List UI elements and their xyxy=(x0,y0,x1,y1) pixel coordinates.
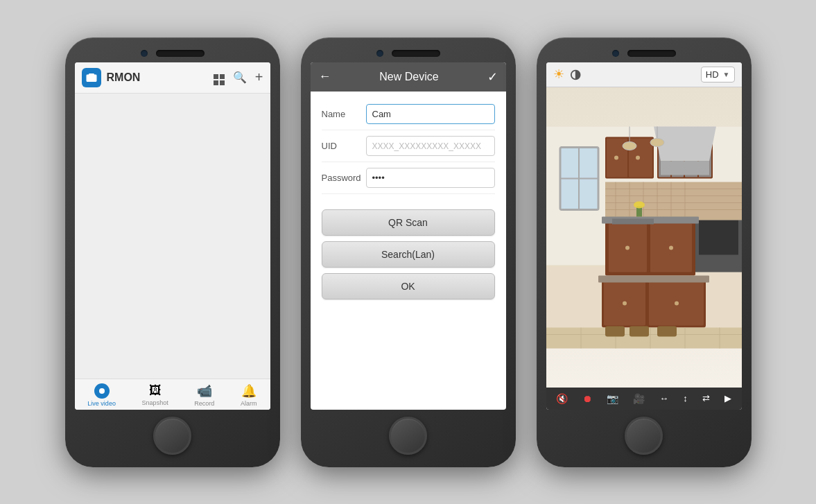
name-row: Name xyxy=(322,98,495,130)
svg-point-9 xyxy=(614,155,618,159)
speaker-2 xyxy=(392,50,440,57)
p2-header: ← New Device ✓ xyxy=(311,62,506,92)
front-camera-2 xyxy=(376,50,383,57)
p1-header: RMON 🔍 + xyxy=(75,62,270,94)
tab-snapshot-label: Snapshot xyxy=(142,399,168,406)
phone-3-top xyxy=(546,50,742,57)
p1-tabbar: Live video 🖼 Snapshot 📹 Record 🔔 Alarm xyxy=(75,379,270,410)
p3-toolbar-bottom: 🔇 ⏺ 📷 🎥 ↔ ↕ ⇄ ▶ xyxy=(546,388,742,410)
phone-2-screen: ← New Device ✓ Name UID Password xyxy=(311,62,506,410)
svg-rect-19 xyxy=(699,220,738,254)
home-button-2[interactable] xyxy=(389,417,427,455)
uid-label: UID xyxy=(322,141,366,151)
header-icons: 🔍 + xyxy=(214,69,263,85)
phone-3: ☀ ◑ HD ▼ xyxy=(537,37,752,467)
home-button-3[interactable] xyxy=(625,417,663,455)
name-label: Name xyxy=(322,109,366,119)
svg-point-59 xyxy=(634,201,645,208)
phone-1-top xyxy=(75,50,270,57)
tab-alarm[interactable]: 🔔 Alarm xyxy=(241,383,257,407)
speaker-1 xyxy=(156,50,205,57)
quality-selector[interactable]: HD ▼ xyxy=(701,67,735,82)
svg-rect-37 xyxy=(612,218,654,224)
video-icon[interactable]: 🎥 xyxy=(633,393,645,404)
svg-point-35 xyxy=(669,245,673,250)
camera-video-feed xyxy=(546,87,742,388)
app-logo xyxy=(82,68,101,87)
camera-logo-icon xyxy=(85,71,98,84)
app-title: RMON xyxy=(107,71,208,84)
front-camera-1 xyxy=(141,50,148,57)
svg-point-41 xyxy=(623,301,627,305)
new-device-form: Name UID Password xyxy=(311,92,506,201)
tab-live-video-label: Live video xyxy=(87,400,116,407)
svg-rect-52 xyxy=(630,326,649,336)
svg-point-10 xyxy=(636,155,640,159)
svg-rect-53 xyxy=(657,326,677,336)
confirm-button[interactable]: ✓ xyxy=(487,69,498,85)
live-video-icon xyxy=(94,383,110,399)
add-icon[interactable]: + xyxy=(255,69,263,85)
kitchen-scene xyxy=(546,87,742,388)
tab-live-video[interactable]: Live video xyxy=(87,383,116,407)
play-icon[interactable]: ▶ xyxy=(724,393,731,403)
search-lan-button[interactable]: Search(Lan) xyxy=(322,241,495,268)
search-icon[interactable]: 🔍 xyxy=(233,71,247,84)
phone-1-screen: RMON 🔍 + Live video xyxy=(75,62,270,410)
svg-point-57 xyxy=(650,138,664,146)
svg-point-42 xyxy=(675,301,679,305)
pan-vertical-icon[interactable]: ↕ xyxy=(683,393,688,403)
phone-2: ← New Device ✓ Name UID Password xyxy=(301,37,516,467)
chevron-down-icon: ▼ xyxy=(723,71,730,78)
back-button[interactable]: ← xyxy=(319,69,331,84)
svg-rect-17 xyxy=(661,161,709,175)
tab-record-label: Record xyxy=(194,400,214,407)
svg-rect-51 xyxy=(605,326,625,336)
ok-button[interactable]: OK xyxy=(322,273,495,299)
record-icon[interactable]: ⏺ xyxy=(582,393,592,404)
speaker-3 xyxy=(627,50,676,57)
p1-main-content xyxy=(75,94,270,379)
password-row: Password xyxy=(322,162,495,194)
phone-3-screen: ☀ ◑ HD ▼ xyxy=(546,62,742,410)
mute-icon[interactable]: 🔇 xyxy=(556,393,568,404)
pan-horizontal-icon[interactable]: ↔ xyxy=(659,393,668,403)
uid-row: UID xyxy=(322,130,495,162)
name-input[interactable] xyxy=(366,104,495,124)
home-button-1[interactable] xyxy=(153,417,191,455)
contrast-icon[interactable]: ◑ xyxy=(570,67,581,82)
uid-input[interactable] xyxy=(366,136,495,156)
password-label: Password xyxy=(322,173,366,183)
tab-snapshot[interactable]: 🖼 Snapshot xyxy=(142,383,168,407)
svg-point-55 xyxy=(623,141,636,150)
snapshot-icon[interactable]: 📷 xyxy=(607,393,618,404)
flip-icon[interactable]: ⇄ xyxy=(702,393,710,403)
tab-record[interactable]: 📹 Record xyxy=(194,383,214,407)
front-camera-3 xyxy=(612,50,619,57)
svg-point-34 xyxy=(625,245,630,250)
svg-rect-20 xyxy=(605,182,742,220)
quality-value: HD xyxy=(706,69,719,80)
tab-alarm-label: Alarm xyxy=(241,400,257,407)
grid-view-icon[interactable] xyxy=(214,69,225,85)
p2-buttons: QR Scan Search(Lan) OK xyxy=(311,201,506,308)
p3-toolbar-top: ☀ ◑ HD ▼ xyxy=(546,62,742,87)
new-device-title: New Device xyxy=(331,71,487,83)
phone-2-top xyxy=(311,50,506,57)
svg-rect-43 xyxy=(598,275,709,282)
qr-scan-button[interactable]: QR Scan xyxy=(322,209,495,236)
phone-1: RMON 🔍 + Live video xyxy=(65,37,280,467)
kitchen-svg xyxy=(546,87,742,388)
brightness-icon[interactable]: ☀ xyxy=(553,67,564,82)
password-input[interactable] xyxy=(366,168,495,188)
phones-container: RMON 🔍 + Live video xyxy=(65,37,752,467)
